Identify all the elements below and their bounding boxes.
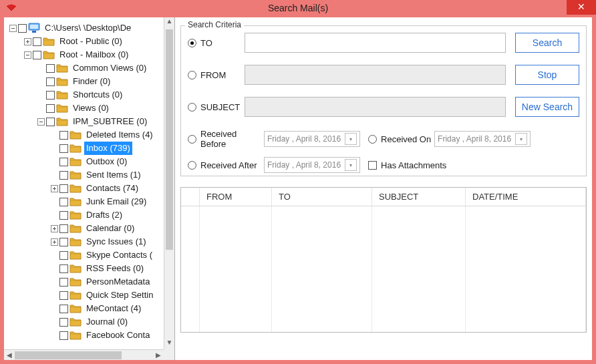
- tree-checkbox[interactable]: [46, 64, 55, 73]
- tree-label[interactable]: Shortcuts (0): [71, 88, 124, 102]
- new-search-button[interactable]: New Search: [515, 97, 579, 117]
- tree-label[interactable]: Sync Issues (1): [84, 235, 148, 248]
- radio-from[interactable]: [188, 71, 196, 79]
- input-from[interactable]: [245, 65, 506, 85]
- col-subject[interactable]: SUBJECT: [372, 188, 466, 206]
- tree-label[interactable]: RSS Feeds (0): [84, 262, 146, 275]
- tree-label[interactable]: Quick Step Settin: [84, 289, 155, 302]
- chevron-down-icon[interactable]: ▾: [345, 159, 357, 171]
- tree-checkbox[interactable]: [59, 305, 68, 313]
- chevron-down-icon[interactable]: ▾: [345, 133, 357, 145]
- scroll-thumb[interactable]: [166, 29, 173, 250]
- tree-checkbox[interactable]: [59, 198, 68, 206]
- tree-item[interactable]: Common Views (0): [7, 61, 174, 75]
- col-attachment-icon[interactable]: [181, 188, 200, 206]
- tree-item[interactable]: Deleted Items (4): [7, 128, 174, 142]
- tree-checkbox[interactable]: [59, 264, 68, 273]
- tree-label[interactable]: Inbox (739): [84, 142, 132, 155]
- tree-checkbox[interactable]: [46, 91, 55, 100]
- titlebar[interactable]: Search Mail(s) ✕: [0, 0, 596, 17]
- scroll-left-icon[interactable]: ◀: [4, 351, 15, 359]
- tree-item[interactable]: PersonMetadata: [7, 275, 174, 289]
- folder-tree[interactable]: C:\Users\ \Desktop\De Root - Public (0) …: [4, 21, 174, 360]
- tree-scrollbar-vertical[interactable]: ▲ ▼: [164, 17, 174, 349]
- close-button[interactable]: ✕: [567, 0, 596, 15]
- tree-label[interactable]: Sent Items (1): [84, 168, 143, 182]
- tree-label[interactable]: C:\Users\ \Desktop\De: [43, 21, 133, 35]
- expand-icon[interactable]: [24, 38, 31, 45]
- scroll-down-icon[interactable]: ▼: [164, 339, 174, 349]
- tree-item[interactable]: Shortcuts (0): [7, 88, 174, 102]
- tree-checkbox[interactable]: [59, 184, 68, 193]
- tree-label[interactable]: IPM_SUBTREE (0): [71, 115, 149, 128]
- expand-icon[interactable]: [37, 118, 45, 126]
- date-received-after[interactable]: Friday , April 8, 2016 ▾: [264, 157, 360, 173]
- scroll-thumb[interactable]: [15, 351, 122, 359]
- tree-item[interactable]: Skype Contacts (: [7, 248, 174, 262]
- col-from[interactable]: FROM: [200, 188, 272, 206]
- tree-root[interactable]: C:\Users\ \Desktop\De: [7, 21, 174, 35]
- tree-label[interactable]: Contacts (74): [84, 182, 140, 195]
- col-to[interactable]: TO: [272, 188, 372, 206]
- tree-item[interactable]: Views (0): [7, 102, 174, 115]
- tree-checkbox[interactable]: [59, 331, 68, 340]
- radio-received-after[interactable]: [188, 161, 196, 170]
- date-received-before[interactable]: Friday , April 8, 2016 ▾: [264, 131, 360, 147]
- col-date[interactable]: DATE/TIME: [466, 188, 586, 206]
- tree-label[interactable]: MeContact (4): [84, 302, 143, 315]
- expand-icon[interactable]: [24, 51, 31, 59]
- radio-received-on[interactable]: [368, 135, 377, 144]
- radio-received-before[interactable]: [188, 135, 196, 144]
- tree-item[interactable]: Finder (0): [7, 75, 174, 88]
- tree-label[interactable]: Journal (0): [84, 315, 130, 329]
- tree-item[interactable]: Root - Mailbox (0): [7, 48, 174, 61]
- tree-item[interactable]: Inbox (739): [7, 142, 174, 155]
- tree-item[interactable]: Junk Email (29): [7, 195, 174, 208]
- stop-button[interactable]: Stop: [515, 65, 579, 85]
- tree-item[interactable]: Outbox (0): [7, 155, 174, 168]
- tree-checkbox[interactable]: [59, 251, 68, 260]
- expand-icon[interactable]: [51, 225, 58, 232]
- tree-checkbox[interactable]: [59, 318, 68, 327]
- tree-label[interactable]: Deleted Items (4): [84, 128, 155, 142]
- tree-checkbox[interactable]: [59, 171, 68, 180]
- tree-item[interactable]: Facebook Conta: [7, 329, 174, 342]
- tree-item[interactable]: Sync Issues (1): [7, 235, 174, 248]
- tree-label[interactable]: Finder (0): [71, 75, 112, 88]
- tree-scrollbar-horizontal[interactable]: ◀ ▶: [4, 349, 164, 360]
- tree-checkbox[interactable]: [59, 144, 68, 153]
- tree-checkbox[interactable]: [59, 158, 68, 166]
- tree-label[interactable]: Common Views (0): [71, 61, 148, 75]
- tree-checkbox[interactable]: [18, 24, 27, 33]
- chevron-down-icon[interactable]: ▾: [515, 133, 527, 145]
- tree-label[interactable]: Outbox (0): [84, 155, 129, 168]
- radio-subject[interactable]: [188, 103, 196, 112]
- date-received-on[interactable]: Friday , April 8, 2016 ▾: [434, 131, 531, 147]
- checkbox-has-attachments[interactable]: [368, 161, 377, 170]
- tree-item[interactable]: IPM_SUBTREE (0): [7, 115, 174, 128]
- tree-label[interactable]: Skype Contacts (: [84, 248, 154, 262]
- tree-label[interactable]: Drafts (2): [84, 208, 124, 222]
- tree-checkbox[interactable]: [59, 278, 68, 287]
- tree-item[interactable]: Calendar (0): [7, 222, 174, 235]
- tree-label[interactable]: Root - Public (0): [57, 35, 124, 48]
- scroll-right-icon[interactable]: ▶: [153, 351, 164, 359]
- tree-label[interactable]: Facebook Conta: [84, 329, 152, 342]
- radio-to[interactable]: [188, 39, 196, 47]
- tree-item[interactable]: MeContact (4): [7, 302, 174, 315]
- tree-label[interactable]: PersonMetadata: [84, 275, 152, 289]
- scroll-up-icon[interactable]: ▲: [164, 17, 174, 28]
- search-button[interactable]: Search: [515, 33, 579, 53]
- tree-checkbox[interactable]: [59, 224, 68, 233]
- tree-checkbox[interactable]: [46, 77, 55, 86]
- tree-item[interactable]: Sent Items (1): [7, 168, 174, 182]
- tree-item[interactable]: Root - Public (0): [7, 35, 174, 48]
- tree-item[interactable]: Quick Step Settin: [7, 289, 174, 302]
- tree-checkbox[interactable]: [59, 211, 68, 220]
- tree-label[interactable]: Junk Email (29): [84, 195, 148, 208]
- tree-item[interactable]: Journal (0): [7, 315, 174, 329]
- tree-checkbox[interactable]: [59, 131, 68, 140]
- tree-item[interactable]: RSS Feeds (0): [7, 262, 174, 275]
- tree-item[interactable]: Contacts (74): [7, 182, 174, 195]
- tree-label[interactable]: Calendar (0): [84, 222, 136, 235]
